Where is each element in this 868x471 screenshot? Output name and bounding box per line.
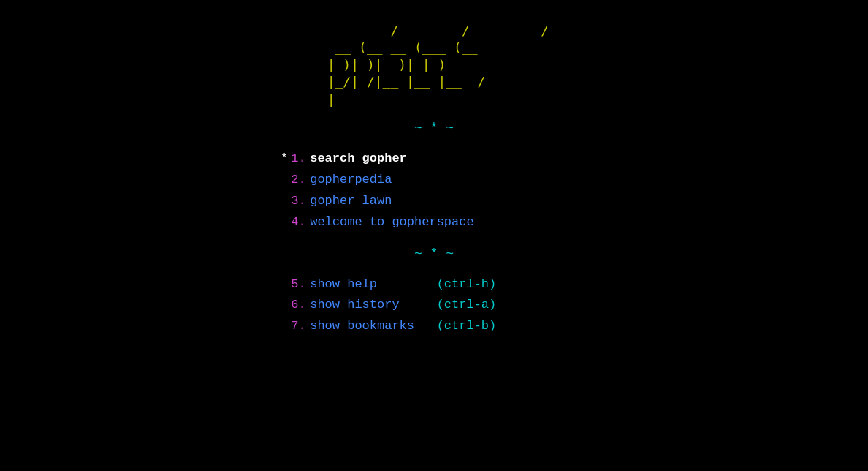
label-6[interactable]: show history [310, 295, 436, 316]
cursor-7 [281, 316, 288, 337]
num-3: 3. [291, 191, 310, 212]
num-7: 7. [291, 316, 310, 337]
num-5: 5. [291, 274, 310, 295]
label-2[interactable]: gopherpedia [310, 170, 392, 191]
label-1[interactable]: search gopher [310, 148, 407, 170]
label-5[interactable]: show help [310, 274, 436, 295]
label-4[interactable]: welcome to gopherspace [310, 212, 473, 233]
label-7[interactable]: show bookmarks [310, 316, 436, 337]
shortcut-7: (ctrl-b) [437, 316, 497, 337]
label-3[interactable]: gopher lawn [310, 191, 392, 212]
menu-item-2[interactable]: 2. gopherpedia [281, 170, 392, 191]
menu-item-4[interactable]: 4. welcome to gopherspace [281, 212, 474, 233]
menu-item-1[interactable]: * 1. search gopher [281, 148, 407, 170]
menu-item-5[interactable]: 5. show help (ctrl-h) [281, 274, 496, 295]
menu-item-7[interactable]: 7. show bookmarks (ctrl-b) [281, 316, 496, 337]
cursor-4 [281, 212, 288, 233]
cursor-3 [281, 191, 288, 212]
menu-item-3[interactable]: 3. gopher lawn [281, 191, 392, 212]
num-4: 4. [291, 212, 310, 233]
menu-group-2: 5. show help (ctrl-h) 6. show history (c… [281, 274, 587, 338]
num-2: 2. [291, 170, 310, 191]
cursor-5 [281, 274, 288, 295]
shortcut-6: (ctrl-a) [437, 295, 497, 316]
cursor-2 [281, 170, 288, 191]
menu-item-6[interactable]: 6. show history (ctrl-a) [281, 295, 496, 316]
menu-group-1: * 1. search gopher 2. gopherpedia 3. gop… [281, 148, 587, 233]
ascii-logo: / / / __ (__ __ (___ (__ | )| )|__)| | )… [319, 22, 549, 108]
main-container: / / / __ (__ __ (___ (__ | )| )|__)| | )… [0, 15, 868, 337]
divider-top: ~ * ~ [414, 121, 454, 135]
num-6: 6. [291, 295, 310, 316]
cursor-1: * [281, 148, 288, 170]
shortcut-5: (ctrl-h) [437, 274, 497, 295]
num-1: 1. [291, 148, 310, 170]
divider-bottom: ~ * ~ [414, 246, 454, 261]
cursor-6 [281, 295, 288, 316]
